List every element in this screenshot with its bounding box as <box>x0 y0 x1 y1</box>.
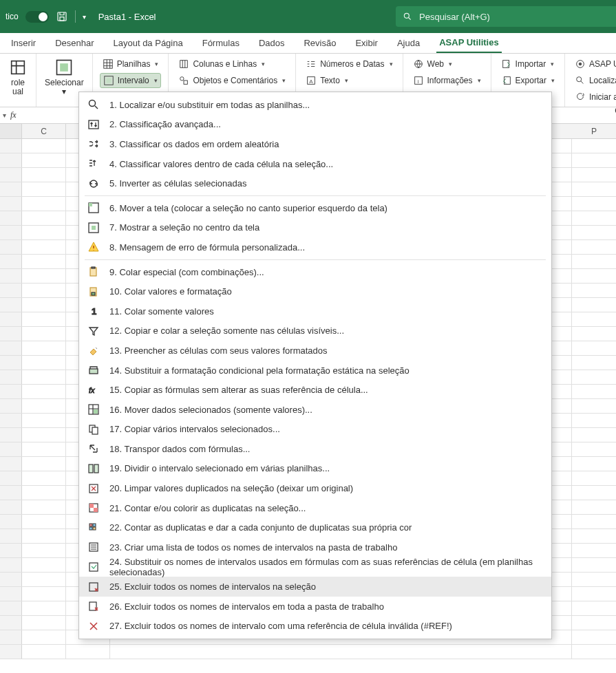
menu-item-dup-color[interactable]: 22. Contar as duplicatas e dar a cada co… <box>79 517 551 537</box>
grid-cell[interactable] <box>572 645 616 659</box>
row-number[interactable] <box>0 442 22 456</box>
ribbon-btn-intervalo[interactable]: Intervalo▾ <box>100 73 162 88</box>
ribbon-btn-numeros[interactable]: Números e Datas▾ <box>303 56 395 72</box>
row-number[interactable] <box>0 399 22 413</box>
row-number[interactable] <box>0 312 22 326</box>
menu-item-random[interactable]: 3. Classificar os dados em ordem aleatór… <box>79 134 551 154</box>
menu-item-sort[interactable]: 2. Classificação avançada... <box>79 115 551 135</box>
grid-cell[interactable] <box>22 645 66 659</box>
grid-cell[interactable] <box>572 341 616 355</box>
grid-cell[interactable] <box>572 327 616 341</box>
grid-cell[interactable] <box>572 442 616 456</box>
grid-cell[interactable] <box>22 601 66 615</box>
grid-cell[interactable] <box>572 240 616 254</box>
row-number[interactable] <box>0 645 22 659</box>
menu-item-del-names-wb[interactable]: 26. Excluir todos os nomes de intervalos… <box>79 597 551 617</box>
grid-cell[interactable] <box>22 616 66 630</box>
menu-item-search[interactable]: 1. Localizar e/ou substituir em todas as… <box>79 95 551 115</box>
grid-cell[interactable] <box>22 529 66 543</box>
grid-cell[interactable] <box>66 645 110 659</box>
row-number[interactable] <box>0 284 22 297</box>
row-number[interactable] <box>0 269 22 283</box>
grid-cell[interactable] <box>572 211 616 225</box>
menu-item-one[interactable]: 111. Colar somente valores <box>79 301 551 321</box>
grid-cell[interactable] <box>22 226 66 239</box>
grid-cell[interactable] <box>22 558 66 572</box>
row-number[interactable] <box>0 428 22 442</box>
menu-item-transpose[interactable]: 18. Transpor dados com fórmulas... <box>79 439 551 459</box>
row-number[interactable] <box>0 471 22 485</box>
row-number[interactable] <box>0 240 22 254</box>
grid-cell[interactable] <box>572 486 616 500</box>
row-number[interactable] <box>0 168 22 182</box>
row-number[interactable] <box>0 529 22 543</box>
grid-cell[interactable] <box>572 515 616 528</box>
ribbon-btn-asap[interactable]: ASAP Utilitie <box>572 56 616 72</box>
menu-item-filter[interactable]: 12. Copiar e colar a seleção somente nas… <box>79 321 551 341</box>
tab-layout[interactable]: Layout da Página <box>111 34 186 52</box>
grid-cell[interactable] <box>572 573 616 586</box>
grid-cell[interactable] <box>572 457 616 471</box>
row-number[interactable] <box>0 385 22 398</box>
menu-item-move-data[interactable]: 16. Mover dados selecionados (somente va… <box>79 400 551 420</box>
row-number[interactable] <box>0 211 22 225</box>
grid-cell[interactable] <box>572 558 616 572</box>
ribbon-btn-planilhas[interactable]: Planilhas▾ <box>100 56 162 72</box>
name-box-caret-icon[interactable]: ▾ <box>3 111 6 119</box>
grid-cell[interactable] <box>22 442 66 456</box>
grid-cell[interactable] <box>22 356 66 370</box>
row-number[interactable] <box>0 587 22 601</box>
grid-cell[interactable] <box>22 428 66 442</box>
ribbon-btn-role[interactable]: roleual <box>4 56 32 98</box>
tab-dados[interactable]: Dados <box>256 34 288 52</box>
tab-desenhar[interactable]: Desenhar <box>52 34 96 52</box>
grid-cell[interactable] <box>572 255 616 268</box>
grid-cell[interactable] <box>22 515 66 528</box>
grid-cell[interactable] <box>572 139 616 153</box>
menu-item-list-names[interactable]: 23. Criar uma lista de todos os nomes de… <box>79 537 551 557</box>
ribbon-btn-localizar[interactable]: Localizar e s <box>572 73 616 88</box>
row-number[interactable] <box>0 486 22 500</box>
menu-item-replace-names[interactable]: 24. Substituir os nomes de intervalos us… <box>79 557 551 577</box>
grid-cell[interactable] <box>572 370 616 384</box>
grid-cell[interactable] <box>572 197 616 211</box>
row-number[interactable] <box>0 630 22 644</box>
ribbon-btn-objetos[interactable]: Objetos e Comentários▾ <box>176 73 288 88</box>
menu-item-warning[interactable]: 8. Mensagem de erro de fórmula personali… <box>79 237 551 257</box>
tab-formulas[interactable]: Fórmulas <box>200 34 242 52</box>
grid-cell[interactable] <box>22 414 66 427</box>
menu-item-invert[interactable]: 5. Inverter as células selecionadas <box>79 173 551 193</box>
fx-icon[interactable]: fx <box>10 110 17 120</box>
select-all-corner[interactable] <box>0 124 22 138</box>
col-header-P[interactable]: P <box>572 124 616 138</box>
search-input[interactable]: Pesquisar (Alt+G) <box>396 6 616 27</box>
row-number[interactable] <box>0 616 22 630</box>
menu-item-del-names-sel[interactable]: 25. Excluir todos os nomes de intervalos… <box>79 577 551 597</box>
ribbon-btn-texto[interactable]: A Texto▾ <box>303 73 395 88</box>
menu-item-del-names-ref[interactable]: 27. Excluir todos os nomes de intervalo … <box>79 616 551 636</box>
grid-cell[interactable] <box>572 544 616 557</box>
ribbon-btn-importar[interactable]: Importar▾ <box>498 56 557 72</box>
row-number[interactable] <box>0 327 22 341</box>
grid-cell[interactable] <box>572 226 616 239</box>
grid-cell[interactable] <box>572 356 616 370</box>
grid-cell[interactable] <box>22 573 66 586</box>
menu-item-dedup[interactable]: 20. Limpar valores duplicados na seleção… <box>79 478 551 498</box>
ribbon-btn-exportar[interactable]: Exportar▾ <box>498 73 557 88</box>
ribbon-btn-colunas[interactable]: Colunas e Linhas▾ <box>176 56 288 72</box>
row-number[interactable] <box>0 457 22 471</box>
row-number[interactable] <box>0 153 22 167</box>
grid-cell[interactable] <box>22 500 66 514</box>
grid-cell[interactable] <box>22 544 66 557</box>
grid-cell[interactable] <box>22 139 66 153</box>
grid-cell[interactable] <box>22 197 66 211</box>
grid-cell[interactable] <box>572 284 616 297</box>
tab-inserir[interactable]: Inserir <box>8 34 39 52</box>
grid-cell[interactable] <box>22 240 66 254</box>
grid-cell[interactable] <box>572 153 616 167</box>
tab-ajuda[interactable]: Ajuda <box>394 34 423 52</box>
ribbon-btn-iniciar[interactable]: Iniciar a últim <box>572 89 616 105</box>
grid-cell[interactable] <box>572 601 616 615</box>
row-number[interactable] <box>0 356 22 370</box>
grid-cell[interactable] <box>572 414 616 427</box>
